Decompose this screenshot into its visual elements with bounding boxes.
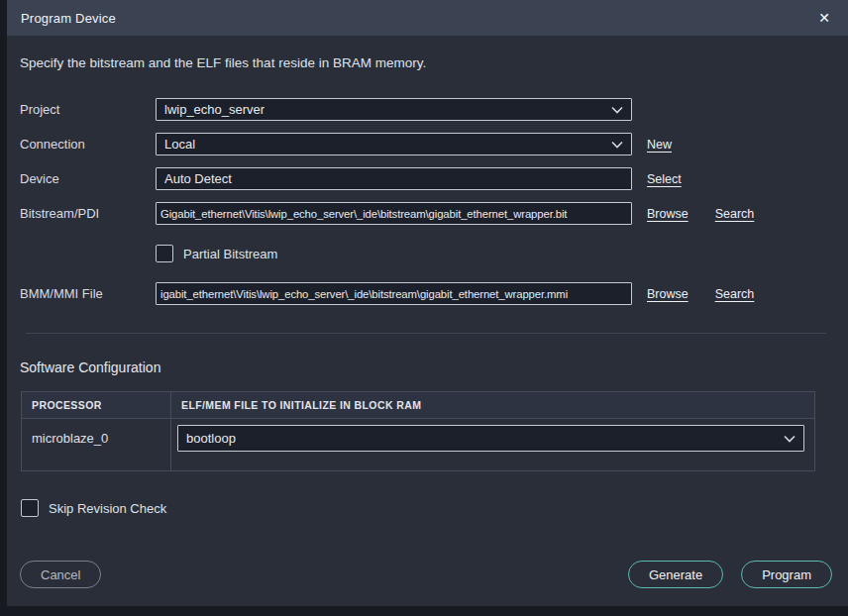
generate-button[interactable]: Generate: [628, 561, 723, 588]
connection-select[interactable]: Local: [156, 133, 632, 155]
select-device-link[interactable]: Select: [647, 172, 682, 186]
bitstream-browse-link[interactable]: Browse: [647, 207, 689, 221]
window-background: Program Device ✕ Specify the bitstream a…: [0, 0, 848, 616]
connection-row: Connection Local New: [20, 133, 832, 155]
chevron-down-icon: [611, 141, 623, 149]
skip-revision-label: Skip Revision Check: [49, 501, 166, 516]
program-device-dialog: Program Device ✕ Specify the bitstream a…: [7, 0, 848, 606]
partial-bitstream-label: Partial Bitstream: [183, 247, 277, 261]
project-row: Project lwip_echo_server: [20, 98, 832, 121]
chevron-down-icon: [784, 435, 795, 443]
dialog-description: Specify the bitstream and the ELF files …: [20, 55, 832, 70]
cancel-button[interactable]: Cancel: [20, 561, 101, 588]
device-label: Device: [20, 171, 156, 186]
partial-bitstream-row: Partial Bitstream: [156, 245, 832, 262]
chevron-down-icon: [611, 106, 623, 114]
bitstream-label: Bitstream/PDI: [20, 206, 156, 221]
elf-file-column-header: ELF/MEM FILE TO INITIALIZE IN BLOCK RAM: [171, 392, 814, 418]
new-connection-link[interactable]: New: [647, 138, 672, 152]
table-header-row: PROCESSOR ELF/MEM FILE TO INITIALIZE IN …: [22, 392, 814, 419]
close-icon[interactable]: ✕: [814, 9, 834, 27]
processor-cell: microblaze_0: [22, 419, 171, 470]
connection-select-value: Local: [164, 137, 195, 152]
project-label: Project: [20, 102, 156, 117]
device-row: Device Select: [20, 167, 832, 190]
section-divider: [26, 333, 826, 334]
software-config-title: Software Configuration: [20, 359, 832, 375]
bitstream-row: Bitstream/PDI Browse Search: [20, 202, 832, 225]
dialog-titlebar: Program Device ✕: [7, 0, 848, 36]
skip-revision-row: Skip Revision Check: [21, 499, 832, 517]
device-input[interactable]: [156, 167, 632, 190]
dialog-title: Program Device: [21, 11, 116, 26]
bmm-browse-link[interactable]: Browse: [647, 287, 689, 301]
processor-column-header: PROCESSOR: [22, 392, 171, 418]
bmm-row: BMM/MMI File Browse Search: [20, 282, 832, 305]
bmm-label: BMM/MMI File: [20, 286, 156, 301]
project-select-value: lwip_echo_server: [164, 102, 265, 117]
bitstream-input[interactable]: [156, 202, 632, 225]
project-select[interactable]: lwip_echo_server: [156, 98, 632, 121]
partial-bitstream-checkbox[interactable]: [156, 245, 173, 262]
elf-file-cell: bootloop: [171, 419, 814, 470]
bmm-search-link[interactable]: Search: [715, 287, 755, 301]
table-row: microblaze_0 bootloop: [22, 419, 814, 470]
connection-label: Connection: [20, 137, 156, 152]
software-config-table: PROCESSOR ELF/MEM FILE TO INITIALIZE IN …: [21, 391, 815, 471]
bmm-input[interactable]: [156, 282, 632, 305]
program-button[interactable]: Program: [741, 561, 832, 588]
elf-file-select[interactable]: bootloop: [177, 425, 804, 452]
dialog-footer: Cancel Generate Program: [20, 561, 832, 588]
elf-file-select-value: bootloop: [186, 431, 236, 446]
skip-revision-checkbox[interactable]: [21, 499, 39, 517]
bitstream-search-link[interactable]: Search: [715, 207, 755, 221]
